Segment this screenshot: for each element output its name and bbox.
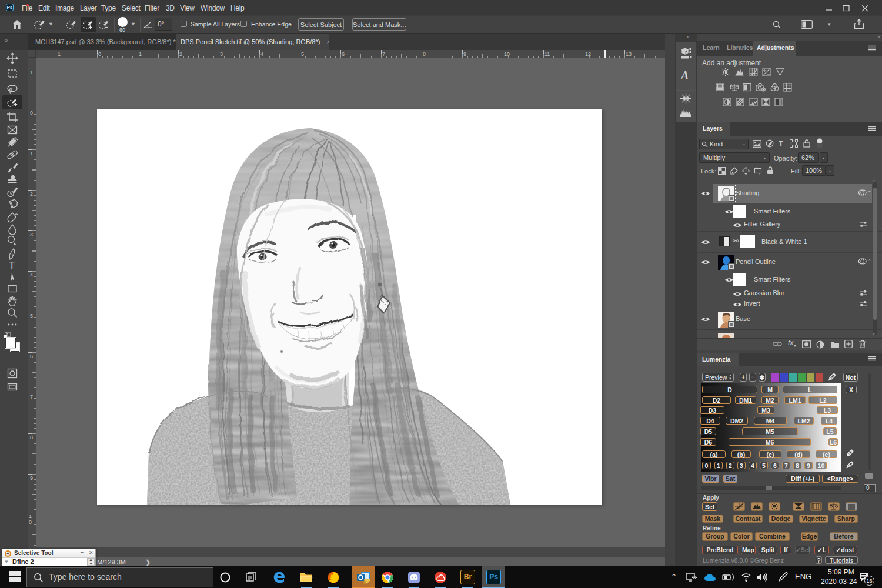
svg-text:T: T [9, 260, 15, 271]
